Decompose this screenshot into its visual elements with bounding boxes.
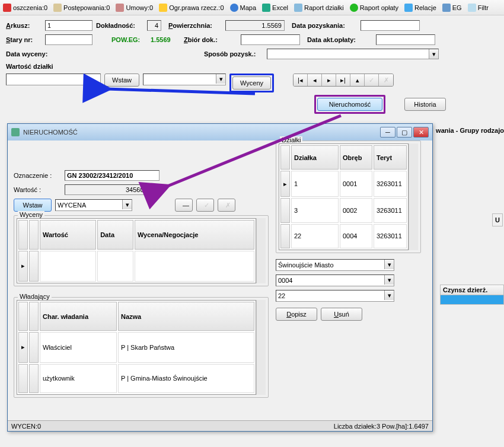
maximize-button[interactable]: ▢ <box>397 127 412 138</box>
main-toolbar: oszczenia:0 Postępowania:0 Umowy:0 Ogr.p… <box>0 0 504 15</box>
zbior-dok-input[interactable] <box>241 34 300 45</box>
shield-icon <box>159 4 167 12</box>
wyceny-legend: Wyceny <box>18 211 44 218</box>
tb-relacje[interactable]: Relacje <box>404 4 436 12</box>
tb-eg[interactable]: EG <box>442 4 462 12</box>
minus-button[interactable]: — <box>175 199 193 212</box>
nav-check-button[interactable]: ✓ <box>365 74 379 86</box>
col-wycena-neg[interactable]: Wycena/Negocjacje <box>135 220 254 250</box>
row-indicator: ▸ <box>18 251 28 282</box>
stary-nr-label: Stary nr: <box>6 36 42 43</box>
wartosc-input[interactable] <box>65 184 160 195</box>
tb-umowy[interactable]: Umowy:0 <box>116 4 153 12</box>
col-char[interactable]: Char. władania <box>40 302 117 331</box>
pow-eg-label: POW.EG: <box>111 36 147 43</box>
close-button[interactable]: ✕ <box>413 127 429 138</box>
wartosc-combo[interactable]: ▾ <box>143 74 226 85</box>
data-akt-input[interactable] <box>376 34 435 45</box>
tb-mapa[interactable]: Mapa <box>230 4 257 12</box>
nav-last-button[interactable]: ▸| <box>336 74 350 86</box>
wycena-combo[interactable]: ▾ <box>55 199 132 211</box>
table-row[interactable]: 300023263011 <box>280 198 407 222</box>
arkusz-label: Arkusz: <box>6 22 42 29</box>
col-wartosc[interactable]: Wartość <box>40 220 96 250</box>
chevron-down-icon: ▾ <box>122 200 132 209</box>
col-nazwa[interactable]: Nazwa <box>118 302 254 331</box>
nieruchomosc-dialog: NIERUCHOMOŚĆ ─ ▢ ✕ Oznaczenie : Wartość … <box>7 123 433 432</box>
arkusz-input[interactable] <box>45 20 92 31</box>
filter-icon <box>468 4 476 12</box>
nav-cancel-button[interactable]: ✗ <box>379 74 393 86</box>
wladajacy-scrollbar[interactable] <box>256 300 266 395</box>
nav-up-button[interactable]: ▴ <box>350 74 365 86</box>
czynsz-row[interactable] <box>440 295 504 305</box>
tb-raport-dzialki[interactable]: Raport działki <box>294 4 344 12</box>
data-akt-label: Data akt.opłaty: <box>307 36 372 43</box>
col-dzialka[interactable]: Działka <box>291 145 339 170</box>
nav-prev-button[interactable]: ◂ <box>308 74 322 86</box>
col-teryt[interactable]: Teryt <box>374 145 407 170</box>
dzialki-grid[interactable]: Działka Obręb Teryt ▸100013263011 300023… <box>279 143 409 250</box>
dlg-wstaw-button[interactable]: Wstaw <box>14 199 52 212</box>
wyceny-scrollbar[interactable] <box>256 218 266 283</box>
tb-filtr[interactable]: Filtr <box>468 4 489 12</box>
wyceny-grid[interactable]: Wartość Data Wycena/Negocjacje ▸ <box>17 218 256 283</box>
tb-ogr[interactable]: Ogr.prawa rzecz.:0 <box>159 4 224 12</box>
wstaw-button[interactable]: Wstaw <box>104 74 139 87</box>
data-pozyskania-label: Data pozyskania: <box>292 22 357 29</box>
col-obreb[interactable]: Obręb <box>340 145 372 170</box>
czynsz-header: Czynsz dzierż. <box>440 285 504 295</box>
red-square-icon <box>3 4 11 12</box>
wladajacy-legend: Władający <box>18 293 52 300</box>
sposob-pozysk-combo[interactable]: ▾ <box>267 49 439 59</box>
u-label: U <box>492 213 503 226</box>
data-pozyskania-input[interactable] <box>361 20 420 31</box>
nav-first-button[interactable]: |◂ <box>294 74 308 86</box>
eg-icon <box>442 4 451 12</box>
dialog-titlebar[interactable]: NIERUCHOMOŚĆ ─ ▢ ✕ <box>8 124 432 141</box>
tb-oszczenia[interactable]: oszczenia:0 <box>3 4 47 12</box>
table-row[interactable]: użytkownikP | Gmina-Miasto Świnoujście <box>18 364 254 393</box>
dopisz-button[interactable]: Dopisz <box>276 308 317 321</box>
check-button[interactable]: ✓ <box>196 199 214 212</box>
powierzchnia-input[interactable] <box>225 20 285 31</box>
status-liczba: Liczba działek:3 Pow.[ha]:1.6497 <box>334 423 429 430</box>
wartosc-label: Wartość : <box>14 186 61 193</box>
dokladnosc-input[interactable] <box>147 20 161 31</box>
combo-miasto[interactable]: ▾ <box>276 259 394 271</box>
wartosc-dzialki-input[interactable] <box>6 74 101 85</box>
usun-button[interactable]: Usuń <box>321 308 362 321</box>
wladajacy-grid[interactable]: Char. władania Nazwa ▸WłaścicielP | Skar… <box>17 300 256 395</box>
tb-raport-oplaty[interactable]: Raport opłaty <box>350 4 398 12</box>
chevron-down-icon: ▾ <box>384 290 394 300</box>
combo-obreb[interactable]: ▾ <box>276 274 394 286</box>
oznaczenie-input[interactable] <box>65 170 160 181</box>
oznaczenie-label: Oznaczenie : <box>14 172 61 179</box>
tb-excel[interactable]: Excel <box>262 4 288 12</box>
table-row[interactable]: 2200043263011 <box>280 224 407 248</box>
wyceny-button[interactable]: Wyceny <box>232 76 271 90</box>
nieruchomosc-button[interactable]: Nieruchomość <box>317 98 382 111</box>
nav-next-button[interactable]: ▸ <box>322 74 336 86</box>
cup-icon <box>116 4 124 12</box>
sposob-pozysk-label: Sposób pozysk.: <box>204 50 263 58</box>
combo-dzialka[interactable]: ▾ <box>276 290 394 302</box>
dzialki-scrollbar[interactable] <box>409 143 418 250</box>
pow-eg-value: 1.5569 <box>151 36 180 43</box>
excel-icon <box>262 4 270 12</box>
table-row[interactable]: ▸WłaścicielP | Skarb Państwa <box>18 332 254 363</box>
table-row[interactable]: ▸100013263011 <box>280 171 407 197</box>
report-icon <box>294 4 302 12</box>
stary-nr-input[interactable] <box>45 34 92 45</box>
data-wyceny-label: Data wyceny: <box>6 50 59 58</box>
historia-button[interactable]: Historia <box>404 98 446 111</box>
powierzchnia-label: Powierzchnia: <box>168 22 222 29</box>
status-wycen: WYCEN:0 <box>11 423 41 430</box>
dokladnosc-label: Dokładność: <box>96 22 143 29</box>
report-green-icon <box>350 4 358 12</box>
chevron-down-icon: ▾ <box>384 260 394 269</box>
col-data[interactable]: Data <box>97 220 133 250</box>
minimize-button[interactable]: ─ <box>380 127 395 138</box>
tb-postepowania[interactable]: Postępowania:0 <box>53 4 110 12</box>
x-button[interactable]: ✗ <box>218 199 235 212</box>
